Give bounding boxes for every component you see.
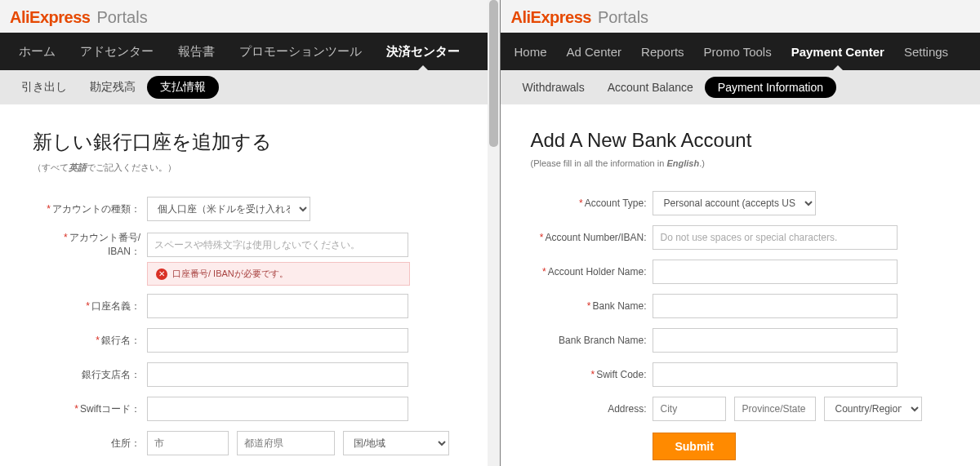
page-subtitle: (Please fill in all the information in E… [530,158,947,168]
account-holder-input[interactable] [147,294,408,318]
branch-name-input[interactable] [147,362,408,387]
nav-main: ホーム アドセンター 報告書 プロモーションツール 決済センター [0,33,500,70]
error-icon: ✕ [156,269,167,280]
subtitle-em: 英語 [69,162,87,172]
nav-main: Home Ad Center Reports Promo Tools Payme… [501,33,980,70]
page-title: Add A New Bank Account [530,129,947,152]
swift-code-input[interactable] [653,362,898,387]
subnav-payment-information[interactable]: 支払情報 [147,76,219,99]
page-title: 新しい銀行口座を追加する [33,129,467,155]
label-swift: *Swift Code: [530,369,653,380]
brand-bar: AliExpress Portals [0,0,500,33]
brand-ali: AliExpress [10,8,90,27]
address-country-select[interactable]: 国/地域 [343,431,449,455]
nav-reports[interactable]: 報告書 [166,33,227,70]
subnav-account-balance[interactable]: Account Balance [596,77,705,98]
address-city-input[interactable] [147,431,229,455]
subnav-payment-information[interactable]: Payment Information [705,77,836,98]
nav-sub: 引き出し 勘定残高 支払情報 [0,70,500,104]
submit-button[interactable]: Submit [653,433,735,460]
address-province-input[interactable] [734,397,816,421]
label-account-type: *Account Type: [530,197,653,209]
label-bank-name: *Bank Name: [530,300,653,312]
scrollbar[interactable] [488,0,500,466]
page-subtitle: （すべて英語でご記入ください。） [33,162,467,174]
label-account-holder: *Account Holder Name: [530,266,653,277]
label-branch-name: 銀行支店名： [33,368,147,382]
swift-code-input[interactable] [147,397,408,421]
account-number-input[interactable] [147,233,408,257]
nav-home[interactable]: ホーム [7,33,68,70]
label-swift: *Swiftコード： [33,402,147,416]
label-bank-name: *銀行名： [33,334,147,348]
label-account-number: *アカウント番号/ IBAN： [33,231,147,259]
nav-promo-tools[interactable]: プロモーションツール [227,33,374,70]
scrollbar-thumb[interactable] [489,0,498,147]
subtitle-prefix: (Please fill in all the information in [530,158,666,168]
subnav-withdrawals[interactable]: 引き出し [10,76,78,99]
form-content: Add A New Bank Account (Please fill in a… [501,104,980,466]
branch-name-input[interactable] [653,328,898,353]
label-address: 住所： [33,437,147,450]
bank-name-input[interactable] [653,294,898,318]
label-address: Address: [530,403,653,415]
label-branch-name: Bank Branch Name: [530,335,653,346]
nav-payment-center[interactable]: 決済センター [374,33,472,70]
label-account-holder: *口座名義： [33,300,147,313]
label-account-type: *アカウントの種類： [33,202,147,216]
subtitle-prefix: （すべて [33,162,69,172]
subtitle-em: English [666,158,699,168]
brand-portals: Portals [598,8,648,27]
brand-portals: Portals [96,8,147,27]
subtitle-suffix: .) [699,158,705,168]
brand-bar: AliExpress Portals [501,0,980,33]
account-type-select[interactable]: Personal account (accepts USD) [653,191,816,215]
account-number-input[interactable] [653,225,898,250]
nav-home[interactable]: Home [504,33,556,70]
subnav-account-balance[interactable]: 勘定残高 [78,76,147,99]
error-text: 口座番号/ IBANが必要です。 [172,268,288,280]
subtitle-suffix: でご記入ください。） [87,162,176,172]
nav-sub: Withdrawals Account Balance Payment Info… [501,70,980,104]
account-holder-input[interactable] [653,260,898,284]
bank-name-input[interactable] [147,328,408,353]
address-country-select[interactable]: Country/Region [824,397,922,421]
address-province-input[interactable] [237,431,335,455]
address-city-input[interactable] [653,397,726,421]
nav-settings[interactable]: Settings [894,33,958,70]
nav-promo-tools[interactable]: Promo Tools [694,33,782,70]
nav-reports[interactable]: Reports [631,33,694,70]
nav-payment-center[interactable]: Payment Center [782,33,894,70]
nav-ad-center[interactable]: アドセンター [68,33,166,70]
account-number-error: ✕ 口座番号/ IBANが必要です。 [147,262,410,286]
brand-ali: AliExpress [510,8,590,27]
subnav-withdrawals[interactable]: Withdrawals [510,77,595,98]
nav-ad-center[interactable]: Ad Center [557,33,632,70]
label-account-number: *Account Number/IBAN: [530,232,653,243]
form-content: 新しい銀行口座を追加する （すべて英語でご記入ください。） *アカウントの種類：… [0,104,500,466]
account-type-select[interactable]: 個人口座（米ドルを受け入れる） [147,197,310,221]
